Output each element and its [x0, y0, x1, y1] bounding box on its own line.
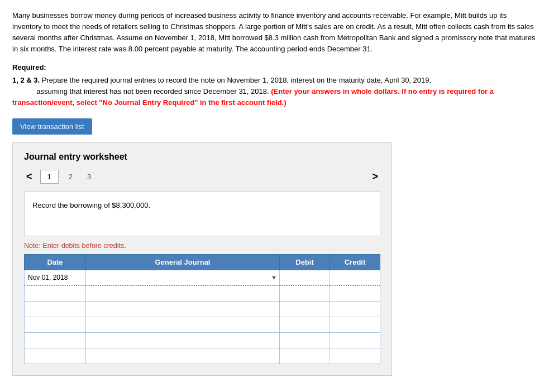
debit-cell-2[interactable]	[280, 285, 330, 301]
date-cell-5	[25, 332, 86, 348]
table-row	[25, 348, 380, 364]
credit-cell-2[interactable]	[330, 285, 380, 301]
date-cell-4	[25, 317, 86, 332]
debit-input-4[interactable]	[280, 317, 330, 332]
debit-cell-1[interactable]	[280, 270, 330, 285]
credit-cell-4[interactable]	[330, 317, 380, 332]
debit-input-3[interactable]	[280, 302, 330, 317]
col-header-date: Date	[25, 254, 86, 270]
date-cell-1: Nov 01, 2018	[25, 270, 86, 285]
debit-input-2[interactable]	[280, 286, 330, 301]
credit-input-2[interactable]	[330, 286, 380, 301]
debit-input-6[interactable]	[280, 348, 330, 364]
debit-cell-4[interactable]	[280, 317, 330, 332]
debit-input-5[interactable]	[280, 333, 330, 348]
credit-input-5[interactable]	[330, 333, 380, 348]
instructions-line2: assuming that interest has not been reco…	[36, 87, 269, 95]
table-row: Nov 01, 2018 ▼	[25, 270, 380, 285]
instructions-block: 1, 2 & 3. Prepare the required journal e…	[12, 75, 537, 108]
tab-2[interactable]: 2	[64, 170, 77, 183]
table-row	[25, 332, 380, 348]
worksheet-title: Journal entry worksheet	[24, 152, 380, 162]
gj-cell-4[interactable]	[86, 317, 280, 332]
gj-cell-5[interactable]	[86, 332, 280, 348]
credit-cell-3[interactable]	[330, 301, 380, 317]
gj-input-5[interactable]	[86, 333, 279, 348]
note-text: Note: Enter debits before credits.	[24, 242, 380, 250]
col-header-debit: Debit	[280, 254, 330, 270]
date-cell-2	[25, 285, 86, 301]
credit-cell-6[interactable]	[330, 348, 380, 364]
nav-row: < 1 2 3 >	[24, 170, 380, 184]
credit-input-1[interactable]	[330, 270, 380, 285]
intro-paragraph: Many businesses borrow money during peri…	[12, 10, 537, 55]
gj-cell-6[interactable]	[86, 348, 280, 364]
gj-input-1[interactable]	[86, 270, 279, 285]
nav-left-button[interactable]: <	[24, 171, 35, 183]
gj-input-2[interactable]	[86, 286, 279, 301]
table-row	[25, 317, 380, 332]
instructions-prefix: 1, 2 & 3.	[12, 76, 40, 84]
debit-input-1[interactable]	[280, 270, 330, 285]
credit-input-4[interactable]	[330, 317, 380, 332]
credit-input-3[interactable]	[330, 302, 380, 317]
instructions-line1: Prepare the required journal entries to …	[40, 76, 431, 84]
col-header-credit: Credit	[330, 254, 380, 270]
credit-input-6[interactable]	[330, 348, 380, 364]
table-row	[25, 301, 380, 317]
required-label: Required:	[12, 63, 537, 71]
gj-input-3[interactable]	[86, 302, 279, 317]
nav-right-button[interactable]: >	[370, 171, 380, 183]
journal-table: Date General Journal Debit Credit Nov 01…	[24, 254, 380, 364]
view-transaction-button[interactable]: View transaction list	[12, 118, 92, 135]
gj-cell-2[interactable]	[86, 285, 280, 301]
worksheet-container: Journal entry worksheet < 1 2 3 > Record…	[12, 142, 392, 376]
gj-cell-3[interactable]	[86, 301, 280, 317]
gj-cell-1[interactable]: ▼	[86, 270, 280, 285]
gj-input-6[interactable]	[86, 348, 279, 364]
credit-cell-5[interactable]	[330, 332, 380, 348]
tab-3[interactable]: 3	[83, 170, 96, 183]
date-cell-3	[25, 301, 86, 317]
debit-cell-5[interactable]	[280, 332, 330, 348]
record-text: Record the borrowing of $8,300,000.	[32, 201, 150, 209]
gj-input-4[interactable]	[86, 317, 279, 332]
tab-1[interactable]: 1	[40, 170, 59, 184]
col-header-gj: General Journal	[86, 254, 280, 270]
record-box: Record the borrowing of $8,300,000.	[24, 192, 380, 236]
credit-cell-1[interactable]	[330, 270, 380, 285]
debit-cell-6[interactable]	[280, 348, 330, 364]
debit-cell-3[interactable]	[280, 301, 330, 317]
table-row	[25, 285, 380, 301]
date-cell-6	[25, 348, 86, 364]
